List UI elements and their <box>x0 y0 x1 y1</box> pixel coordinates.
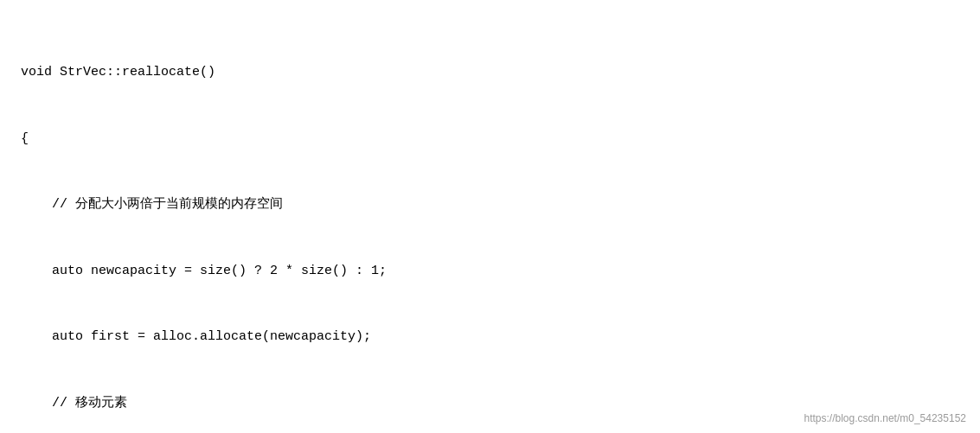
code-line-6: // 移动元素 <box>21 392 959 415</box>
code-container: void StrVec::reallocate() { // 分配大小两倍于当前… <box>0 0 980 433</box>
code-line-3: // 分配大小两倍于当前规模的内存空间 <box>21 194 959 216</box>
code-line-1: void StrVec::reallocate() <box>21 61 959 84</box>
code-block: void StrVec::reallocate() { // 分配大小两倍于当前… <box>21 17 959 433</box>
code-line-5: auto first = alloc.allocate(newcapacity)… <box>21 326 959 348</box>
code-line-2: { <box>21 128 959 150</box>
code-line-4: auto newcapacity = size() ? 2 * size() :… <box>21 260 959 283</box>
watermark: https://blog.csdn.net/m0_54235152 <box>804 412 966 424</box>
